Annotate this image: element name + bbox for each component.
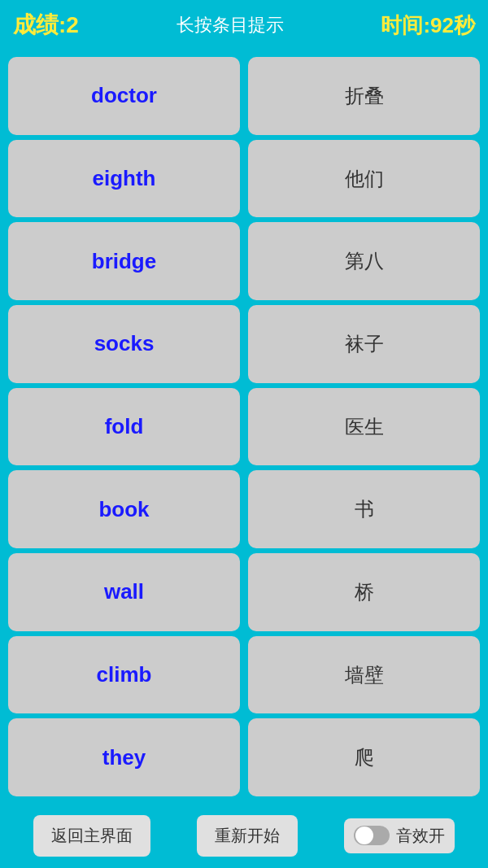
score-label: 成绩: (13, 12, 66, 37)
sound-toggle[interactable]: 音效开 (344, 818, 455, 853)
sound-label: 音效开 (396, 825, 445, 847)
chinese-word-button[interactable]: 桥 (248, 553, 480, 631)
chinese-word-button[interactable]: 袜子 (248, 305, 480, 383)
word-row: eighth他们 (8, 140, 480, 218)
chinese-word-button[interactable]: 医生 (248, 388, 480, 466)
chinese-word-button[interactable]: 第八 (248, 222, 480, 300)
hint-label: 长按条目提示 (176, 13, 284, 37)
word-row: fold医生 (8, 388, 480, 466)
word-row: climb墙壁 (8, 636, 480, 714)
score-value: 2 (66, 12, 79, 37)
word-row: socks袜子 (8, 305, 480, 383)
toggle-thumb (355, 827, 373, 844)
score-display: 成绩:2 (13, 10, 79, 41)
english-word-button[interactable]: fold (8, 388, 240, 466)
english-word-button[interactable]: socks (8, 305, 240, 383)
toggle-track (354, 826, 390, 845)
restart-button[interactable]: 重新开始 (197, 815, 298, 857)
english-word-button[interactable]: eighth (8, 140, 240, 218)
chinese-word-button[interactable]: 爬 (248, 718, 480, 796)
english-word-button[interactable]: climb (8, 636, 240, 714)
time-display: 时间:92秒 (381, 11, 475, 40)
header: 成绩:2 长按条目提示 时间:92秒 (0, 0, 488, 50)
word-row: wall桥 (8, 553, 480, 631)
english-word-button[interactable]: doctor (8, 57, 240, 135)
chinese-word-button[interactable]: 他们 (248, 140, 480, 218)
time-value: 92秒 (430, 13, 475, 37)
english-word-button[interactable]: bridge (8, 222, 240, 300)
chinese-word-button[interactable]: 书 (248, 470, 480, 548)
word-row: bridge第八 (8, 222, 480, 300)
word-row: doctor折叠 (8, 57, 480, 135)
footer: 返回主界面 重新开始 音效开 (0, 803, 488, 868)
time-label: 时间: (381, 13, 430, 37)
english-word-button[interactable]: they (8, 718, 240, 796)
main-content: doctor折叠eighth他们bridge第八socks袜子fold医生boo… (0, 50, 488, 803)
back-button[interactable]: 返回主界面 (33, 815, 150, 857)
word-row: book书 (8, 470, 480, 548)
chinese-word-button[interactable]: 墙壁 (248, 636, 480, 714)
english-word-button[interactable]: book (8, 470, 240, 548)
word-row: they爬 (8, 718, 480, 796)
chinese-word-button[interactable]: 折叠 (248, 57, 480, 135)
english-word-button[interactable]: wall (8, 553, 240, 631)
